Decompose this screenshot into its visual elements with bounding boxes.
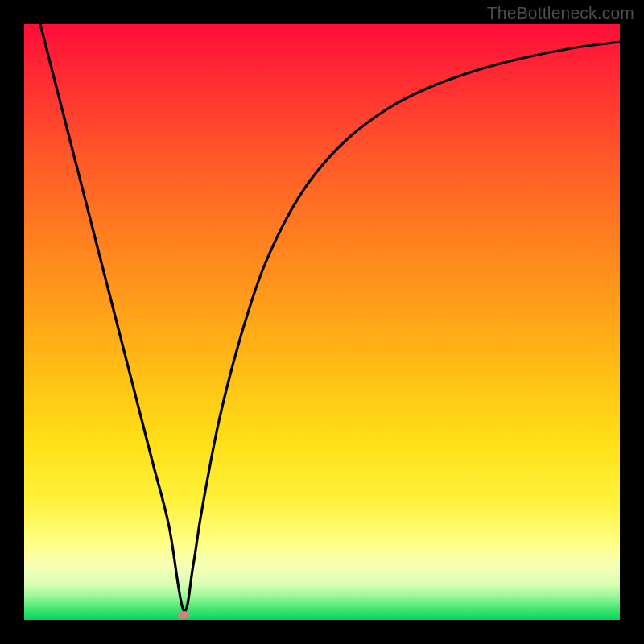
curve-svg (24, 24, 620, 620)
plot-area (24, 24, 620, 620)
bottleneck-curve (40, 24, 620, 611)
chart-frame: TheBottleneck.com (0, 0, 644, 644)
watermark-text: TheBottleneck.com (487, 3, 634, 23)
min-marker (178, 611, 189, 619)
